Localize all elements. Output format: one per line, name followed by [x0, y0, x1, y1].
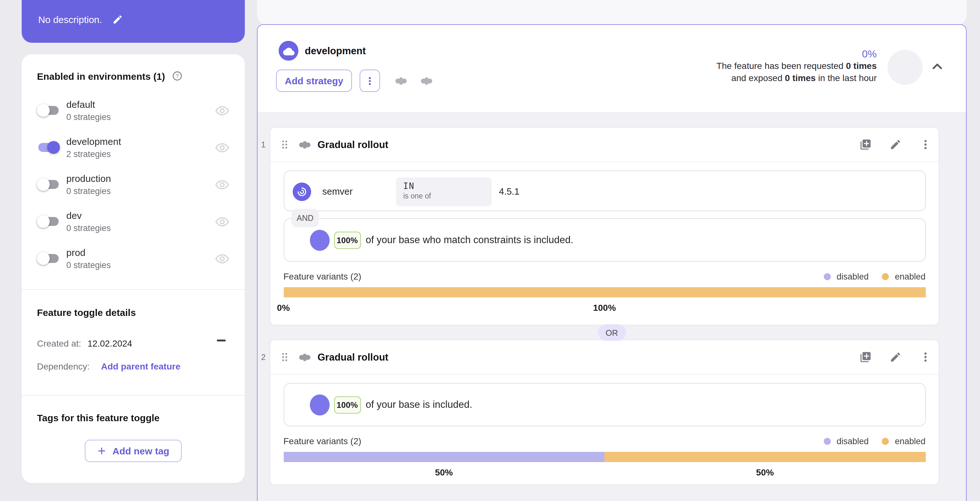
kebab-icon [365, 76, 375, 86]
visibility-icon[interactable] [215, 214, 229, 229]
copy-strategy-icon[interactable] [859, 351, 872, 363]
feature-variants-label: Feature variants (2) [283, 436, 361, 446]
visibility-icon[interactable] [215, 177, 229, 192]
environment-toggle-default[interactable] [38, 106, 59, 115]
strategy-card-2: Gradual rollout 100% of your base is inc… [270, 340, 939, 485]
exposure-percent: 0% [716, 48, 877, 60]
environment-strategy-count: 0 strategies [66, 113, 111, 121]
edit-strategy-icon[interactable] [889, 351, 902, 363]
plus-icon [97, 446, 107, 456]
dependency-row: Dependency: Add parent feature [37, 361, 229, 372]
add-strategy-button[interactable]: Add strategy [276, 70, 352, 92]
strategy-number: 2 [258, 352, 269, 362]
environment-toggle-dev[interactable] [38, 217, 59, 226]
strategy-menu-icon[interactable] [920, 351, 932, 363]
dependency-label: Dependency: [37, 361, 89, 372]
variant-bar-segment-disabled [283, 452, 605, 462]
created-at-value: 12.02.2024 [88, 338, 132, 348]
feature-toggle-page: No description. Enabled in environments … [0, 0, 980, 501]
environment-strategy-count: 0 strategies [66, 224, 111, 233]
environment-row-prod: prod 0 strategies [37, 240, 229, 277]
drag-handle-icon[interactable] [279, 352, 290, 362]
add-new-tag-button[interactable]: Add new tag [85, 440, 182, 462]
environments-section: Enabled in environments (1) ? default 0 … [22, 54, 245, 290]
constraint-row: semver IN is one of 4.5.1 [283, 171, 926, 211]
page-header-strip [257, 0, 967, 25]
strategy-list: 1 Gradual rollout [258, 113, 966, 501]
strategy-menu-icon[interactable] [920, 139, 932, 151]
rollout-strategy-icon [298, 351, 311, 364]
disabled-legend-dot [824, 437, 831, 445]
add-parent-feature-link[interactable]: Add parent feature [101, 361, 180, 372]
variants-legend: disabled enabled [824, 436, 926, 446]
visibility-icon[interactable] [215, 251, 229, 266]
environment-row-dev: dev 0 strategies [37, 203, 229, 240]
environment-strategy-count: 0 strategies [66, 187, 111, 196]
environment-name: production [66, 174, 111, 183]
strategy-number: 1 [258, 140, 269, 149]
rollout-percentage-chip: 100% [334, 232, 361, 249]
environment-name: dev [66, 211, 111, 220]
variant-bar-percent-label: 50% [435, 467, 453, 477]
constraint-operator: IN is one of [396, 177, 491, 206]
collapse-section-icon[interactable] [217, 340, 226, 341]
environment-title: development [305, 45, 366, 57]
constraint-icon [292, 182, 311, 201]
variants-bar [283, 452, 926, 462]
environment-name: default [66, 100, 111, 109]
or-separator: OR [258, 324, 966, 341]
environment-row-default: default 0 strategies [37, 92, 229, 129]
description-text: No description. [38, 14, 102, 25]
rollout-description: of your base is included. [366, 399, 472, 410]
edit-strategy-icon[interactable] [889, 139, 902, 151]
feature-details-title: Feature toggle details [37, 290, 229, 318]
description-card: No description. [22, 0, 245, 43]
drag-handle-icon[interactable] [279, 139, 290, 150]
feature-details-section: Feature toggle details Created at: 12.02… [22, 290, 245, 396]
visibility-icon[interactable] [215, 103, 229, 118]
rollout-description: of your base who match constraints is in… [366, 234, 573, 246]
strategy-marker-icon [395, 74, 407, 87]
variants-bar [283, 287, 926, 297]
feature-variants-label: Feature variants (2) [283, 271, 361, 281]
constraint-field: semver [322, 187, 353, 196]
environment-toggle-production[interactable] [38, 180, 59, 189]
environments-title: Enabled in environments (1) [37, 70, 165, 81]
environment-row-development: development 2 strategies [37, 129, 229, 166]
environment-accordion-header[interactable]: development Add strategy [258, 25, 966, 113]
stats-line-2: and exposed 0 times in the last hour [716, 72, 877, 84]
environment-toggle-development[interactable] [38, 143, 59, 152]
environment-row-production: production 0 strategies [37, 166, 229, 203]
environment-name: development [66, 137, 121, 146]
stats-line-1: The feature has been requested 0 times [716, 60, 877, 72]
environment-list: default 0 strategies development 2 strat… [37, 92, 229, 277]
collapse-environment-icon[interactable] [930, 59, 945, 74]
created-at-label: Created at: [37, 338, 81, 348]
copy-strategy-icon[interactable] [859, 139, 872, 151]
variants-legend: disabled enabled [824, 271, 926, 281]
help-icon[interactable]: ? [172, 70, 183, 82]
environment-strategy-count: 2 strategies [66, 150, 121, 159]
environment-menu-button[interactable] [360, 70, 380, 92]
and-conjunction-chip: AND [291, 209, 319, 227]
tags-title: Tags for this feature toggle [37, 396, 229, 423]
feature-sidebar-card: Enabled in environments (1) ? default 0 … [22, 54, 245, 483]
variants-bar-labels: 50%50% [283, 467, 926, 479]
exposure-stats: 0% The feature has been requested 0 time… [716, 48, 877, 84]
metrics-donut-placeholder [888, 50, 923, 85]
environment-toggle-prod[interactable] [38, 254, 59, 263]
cloud-environment-icon [278, 41, 298, 61]
edit-description-icon[interactable] [112, 14, 123, 25]
tags-section: Tags for this feature toggle Add new tag [22, 396, 245, 462]
enabled-legend-dot [882, 437, 889, 445]
strategy-card-1: Gradual rollout [270, 127, 939, 325]
variant-bar-percent-label: 50% [756, 467, 774, 477]
rollout-circle [310, 230, 329, 251]
rollout-percentage-chip: 100% [334, 396, 361, 413]
environment-name: prod [66, 247, 111, 257]
environment-accordion-development: development Add strategy [257, 24, 967, 501]
variant-bar-percent-label: 0% [277, 303, 290, 313]
environment-strategy-count: 0 strategies [66, 261, 111, 270]
disabled-legend-dot [824, 273, 831, 280]
visibility-icon[interactable] [215, 140, 229, 155]
